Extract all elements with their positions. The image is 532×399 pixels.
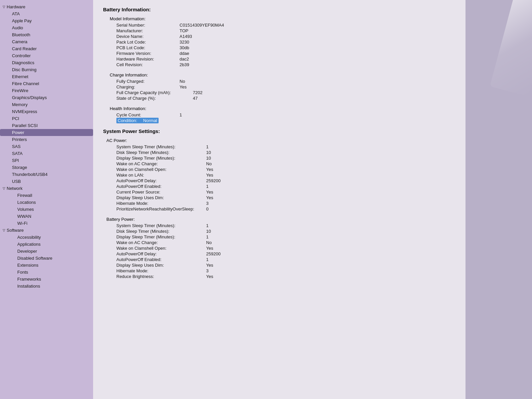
- hardware-revision-row: Hardware Revision: dac2: [103, 57, 456, 62]
- sidebar-item-firewall[interactable]: Firewall: [0, 192, 93, 199]
- sys-sleep-label: System Sleep Timer (Minutes):: [103, 144, 203, 149]
- cell-revision-value: 2b39: [176, 62, 189, 67]
- sidebar-item-parallel-scsi[interactable]: Parallel SCSI: [0, 122, 93, 129]
- charging-row: Charging: Yes: [103, 84, 456, 89]
- display-sleep-dim-label: Display Sleep Uses Dim:: [103, 195, 203, 200]
- sidebar-item-applications[interactable]: Applications: [0, 241, 93, 248]
- serial-number-value: C01514309YEF90MA4: [176, 23, 224, 28]
- chevron-down-icon-network: ▽: [3, 187, 5, 190]
- sidebar-item-frameworks[interactable]: Frameworks: [0, 276, 93, 283]
- sidebar-item-controller[interactable]: Controller: [0, 52, 93, 59]
- current-power-source-label: Current Power Source:: [103, 190, 203, 195]
- sidebar-item-apple-pay[interactable]: Apple Pay: [0, 17, 93, 24]
- disk-sleep-row: Disk Sleep Timer (Minutes): 10: [103, 150, 456, 155]
- battery-info-title: Battery Information:: [103, 7, 456, 12]
- bat-autopoweroff-delay-label: AutoPowerOff Delay:: [103, 251, 203, 256]
- charge-info-subtitle: Charge Information:: [103, 72, 456, 77]
- bat-hibernate-mode-row: Hibernate Mode: 3: [103, 268, 456, 273]
- sidebar-item-nvmexpress[interactable]: NVMExpress: [0, 108, 93, 115]
- sidebar-item-thunderbolt-usb4[interactable]: Thunderbolt/USB4: [0, 171, 93, 178]
- wake-ac-value: No: [203, 161, 212, 166]
- sidebar-item-firewire[interactable]: FireWire: [0, 87, 93, 94]
- ac-power-subtitle: AC Power:: [103, 138, 456, 143]
- sidebar-item-fibre-channel[interactable]: Fibre Channel: [0, 80, 93, 87]
- sidebar-item-spi[interactable]: SPI: [0, 157, 93, 164]
- bat-sys-sleep-row: System Sleep Timer (Minutes): 1: [103, 223, 456, 228]
- hibernate-mode-label: Hibernate Mode:: [103, 201, 203, 206]
- sidebar-item-diagnostics[interactable]: Diagnostics: [0, 59, 93, 66]
- pcb-lot-code-row: PCB Lot Code: 30db: [103, 45, 456, 50]
- sidebar-item-locations[interactable]: Locations: [0, 199, 93, 206]
- prioritize-row: PrioritizeNetworkReachabilityOverSleep: …: [103, 206, 456, 211]
- sidebar-item-camera[interactable]: Camera: [0, 38, 93, 45]
- sidebar-item-ata[interactable]: ATA: [0, 10, 93, 17]
- sidebar-item-graphics-displays[interactable]: Graphics/Displays: [0, 94, 93, 101]
- prioritize-label: PrioritizeNetworkReachabilityOverSleep:: [103, 206, 203, 211]
- hardware-revision-value: dac2: [176, 57, 189, 62]
- sidebar-item-wi-fi[interactable]: Wi-Fi: [0, 220, 93, 227]
- prioritize-value: 0: [203, 206, 208, 211]
- bat-sys-sleep-label: System Sleep Timer (Minutes):: [103, 223, 203, 228]
- sidebar-item-sata[interactable]: SATA: [0, 150, 93, 157]
- sidebar-item-fonts[interactable]: Fonts: [0, 269, 93, 276]
- sidebar-item-storage[interactable]: Storage: [0, 164, 93, 171]
- sys-sleep-row: System Sleep Timer (Minutes): 1: [103, 144, 456, 149]
- sidebar-item-ethernet[interactable]: Ethernet: [0, 73, 93, 80]
- sidebar-item-usb[interactable]: USB: [0, 178, 93, 185]
- condition-label: Condition: Normal: [103, 118, 159, 123]
- bat-disk-sleep-row: Disk Sleep Timer (Minutes): 10: [103, 229, 456, 234]
- wake-clamshell-row: Wake on Clamshell Open: Yes: [103, 167, 456, 172]
- state-of-charge-value: 47: [190, 96, 198, 101]
- sidebar-software-label: Software: [7, 228, 24, 233]
- sidebar: ▽ Hardware ATA Apple Pay Audio Bluetooth…: [0, 0, 93, 399]
- display-sleep-label: Display Sleep Timer (Minutes):: [103, 156, 203, 161]
- main-content: Battery Information: Model Information: …: [93, 0, 466, 399]
- wake-ac-label: Wake on AC Change:: [103, 161, 203, 166]
- cell-revision-label: Cell Revision:: [103, 62, 176, 67]
- sidebar-item-sas[interactable]: SAS: [0, 143, 93, 150]
- sidebar-item-card-reader[interactable]: Card Reader: [0, 45, 93, 52]
- bat-sys-sleep-value: 1: [203, 223, 208, 228]
- sidebar-item-power[interactable]: Power: [0, 129, 93, 136]
- wake-clamshell-label: Wake on Clamshell Open:: [103, 167, 203, 172]
- right-decoration: [466, 0, 532, 399]
- sidebar-item-wwan[interactable]: WWAN: [0, 213, 93, 220]
- sidebar-section-software[interactable]: ▽ Software: [0, 227, 93, 234]
- wake-ac-row: Wake on AC Change: No: [103, 161, 456, 166]
- health-info-subtitle: Health Information:: [103, 106, 456, 111]
- manufacturer-label: Manufacturer:: [103, 28, 176, 33]
- manufacturer-row: Manufacturer: TOP: [103, 28, 456, 33]
- autopoweroff-delay-row: AutoPowerOff Delay: 259200: [103, 178, 456, 183]
- chevron-down-icon-software: ▽: [3, 228, 5, 232]
- bat-autopoweroff-enabled-row: AutoPowerOff Enabled: 1: [103, 257, 456, 262]
- full-charge-capacity-label: Full Charge Capacity (mAh):: [103, 90, 190, 95]
- bat-reduce-brightness-row: Reduce Brightness: Yes: [103, 274, 456, 279]
- disk-sleep-label: Disk Sleep Timer (Minutes):: [103, 150, 203, 155]
- sidebar-item-printers[interactable]: Printers: [0, 136, 93, 143]
- sidebar-item-installations[interactable]: Installations: [0, 283, 93, 290]
- sidebar-item-developer[interactable]: Developer: [0, 248, 93, 255]
- autopoweroff-enabled-value: 1: [203, 184, 208, 189]
- sidebar-section-hardware[interactable]: ▽ Hardware: [0, 3, 93, 10]
- bat-wake-clamshell-value: Yes: [203, 246, 213, 251]
- bat-wake-clamshell-row: Wake on Clamshell Open: Yes: [103, 246, 456, 251]
- sidebar-item-accessibility[interactable]: Accessibility: [0, 234, 93, 241]
- bat-wake-ac-row: Wake on AC Change: No: [103, 240, 456, 245]
- sidebar-section-network[interactable]: ▽ Network: [0, 185, 93, 192]
- hibernate-mode-value: 3: [203, 201, 208, 206]
- sidebar-item-pci[interactable]: PCI: [0, 115, 93, 122]
- condition-row: Condition: Normal: [103, 118, 456, 123]
- bat-autopoweroff-enabled-value: 1: [203, 257, 208, 262]
- sidebar-item-disc-burning[interactable]: Disc Burning: [0, 66, 93, 73]
- sidebar-item-memory[interactable]: Memory: [0, 101, 93, 108]
- sidebar-item-bluetooth[interactable]: Bluetooth: [0, 31, 93, 38]
- sidebar-item-volumes[interactable]: Volumes: [0, 206, 93, 213]
- cycle-count-row: Cycle Count: 1: [103, 112, 456, 117]
- charge-info-section: Charge Information: Fully Charged: No Ch…: [103, 72, 456, 101]
- state-of-charge-row: State of Charge (%): 47: [103, 96, 456, 101]
- sidebar-item-extensions[interactable]: Extensions: [0, 262, 93, 269]
- sidebar-item-disabled-software[interactable]: Disabled Software: [0, 255, 93, 262]
- firmware-version-row: Firmware Version: ddae: [103, 51, 456, 56]
- pcb-lot-code-label: PCB Lot Code:: [103, 45, 176, 50]
- sidebar-item-audio[interactable]: Audio: [0, 24, 93, 31]
